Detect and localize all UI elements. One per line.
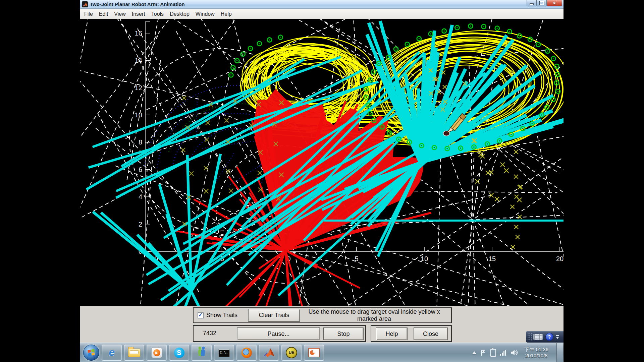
minimize-icon xyxy=(530,3,534,5)
figure-plot-area: 0246810121416-10-505101520Y xyxy=(80,19,564,306)
svg-text:6: 6 xyxy=(139,166,142,173)
minimize-button[interactable] xyxy=(527,0,537,6)
taskbar-item-explorer[interactable] xyxy=(124,345,144,361)
run-groupbox: 7432 Pause... Stop xyxy=(193,325,366,342)
menu-view[interactable]: View xyxy=(111,10,128,18)
language-help-button[interactable]: ? xyxy=(545,333,553,341)
show-hidden-icons-button[interactable] xyxy=(472,351,476,354)
window-title: Two-Joint Planar Robot Arm: Animation xyxy=(90,1,185,7)
taskbar: e▶SC:\_UE 下午 01:36 2010/10/8 xyxy=(80,343,564,362)
video-content-area: Two-Joint Planar Robot Arm: Animation ✕ … xyxy=(80,0,564,362)
taskbar-item-messenger[interactable] xyxy=(192,345,212,361)
taskbar-item-skype[interactable]: S xyxy=(169,345,189,361)
language-bar: ? xyxy=(526,331,564,343)
volume-icon[interactable] xyxy=(510,349,518,356)
skype-icon: S xyxy=(174,348,184,358)
svg-text:4: 4 xyxy=(139,193,142,200)
menu-file[interactable]: File xyxy=(81,10,96,18)
taskbar-item-ie[interactable]: e xyxy=(102,345,122,361)
menu-tools[interactable]: Tools xyxy=(148,10,167,18)
trails-groupbox: Show Trails Clear Trails Use the mouse t… xyxy=(193,307,452,323)
system-tray: 下午 01:36 2010/10/8 xyxy=(472,343,564,362)
taskbar-item-firefox[interactable] xyxy=(236,345,257,361)
command-prompt-icon: C:\_ xyxy=(218,349,229,357)
menu-bar: FileEditViewInsertToolsDesktopWindowHelp xyxy=(80,9,564,19)
svg-text:8: 8 xyxy=(139,138,142,146)
taskbar-item-matlab[interactable] xyxy=(259,345,279,361)
action-center-flag-icon[interactable] xyxy=(480,349,486,356)
svg-text:10: 10 xyxy=(135,111,142,119)
messenger-icon xyxy=(198,349,205,356)
folder-icon xyxy=(128,349,140,357)
window-titlebar[interactable]: Two-Joint Planar Robot Arm: Animation ✕ xyxy=(80,0,564,9)
svg-text:2: 2 xyxy=(139,221,142,228)
svg-text:20: 20 xyxy=(556,255,564,262)
network-signal-icon[interactable] xyxy=(500,350,506,356)
menu-insert[interactable]: Insert xyxy=(129,10,148,18)
svg-text:12: 12 xyxy=(135,84,142,92)
taskbar-item-wmp[interactable]: ▶ xyxy=(147,345,167,361)
ultraedit-icon: UE xyxy=(286,347,297,358)
show-trails-label: Show Trails xyxy=(206,312,237,319)
windows-logo-icon xyxy=(88,349,95,356)
keyboard-icon[interactable] xyxy=(533,334,543,340)
language-bar-options-icon[interactable] xyxy=(556,337,559,339)
close-icon: ✕ xyxy=(553,1,556,6)
show-trails-checkbox[interactable] xyxy=(198,312,204,318)
iteration-counter: 7432 xyxy=(203,330,216,337)
language-bar-grip[interactable] xyxy=(527,333,532,341)
maximize-button[interactable] xyxy=(537,0,547,6)
menu-help[interactable]: Help xyxy=(218,10,235,18)
pause-button[interactable]: Pause... xyxy=(237,327,320,340)
stop-button[interactable]: Stop xyxy=(323,327,364,340)
powerpoint-icon xyxy=(308,348,320,357)
battery-icon[interactable] xyxy=(490,349,496,357)
firefox-icon xyxy=(241,348,252,358)
start-button[interactable] xyxy=(83,345,99,361)
media-player-icon: ▶ xyxy=(151,347,162,358)
language-bar-minimize-icon[interactable] xyxy=(556,335,559,336)
taskbar-item-cmd[interactable]: C:\_ xyxy=(214,345,234,361)
matlab-figure-icon xyxy=(82,1,88,7)
taskbar-item-powerpoint[interactable] xyxy=(304,345,324,361)
menu-edit[interactable]: Edit xyxy=(96,10,111,18)
ie-icon: e xyxy=(109,347,114,359)
tray-time: 下午 01:36 xyxy=(524,347,548,353)
matlab-icon xyxy=(263,347,275,358)
clear-trails-button[interactable]: Clear Trails xyxy=(248,309,300,322)
tray-clock[interactable]: 下午 01:36 2010/10/8 xyxy=(522,347,550,359)
figure-close-button[interactable]: Close xyxy=(414,327,448,340)
maximize-icon xyxy=(540,1,544,5)
close-button[interactable]: ✕ xyxy=(547,0,562,6)
show-desktop-button[interactable] xyxy=(556,343,563,362)
control-panel: Show Trails Clear Trails Use the mouse t… xyxy=(80,306,564,343)
help-close-groupbox: Help Close xyxy=(371,325,452,342)
taskbar-item-ultraedit[interactable]: UE xyxy=(281,345,302,361)
help-button[interactable]: Help xyxy=(376,327,408,340)
menu-desktop[interactable]: Desktop xyxy=(167,10,193,18)
instruction-text: Use the mouse to drag target oval inside… xyxy=(300,308,451,322)
menu-window[interactable]: Window xyxy=(193,10,218,18)
robot-arm-animation-plot: 0246810121416-10-505101520Y xyxy=(80,19,564,306)
tray-date: 2010/10/8 xyxy=(524,353,548,359)
svg-text:15: 15 xyxy=(488,255,496,262)
